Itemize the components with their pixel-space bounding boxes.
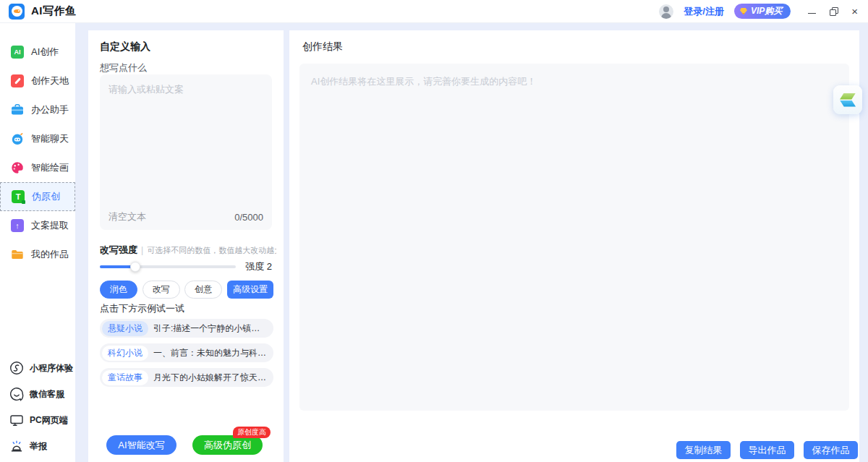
examples-title: 点击下方示例试一试 [100,302,184,315]
result-title: 创作结果 [302,39,343,54]
example-text: 月光下的小姑娘解开了惊天秘密，竟... [153,372,268,384]
sidebar-item-label: 智能聊天 [31,132,69,145]
result-display-area: AI创作结果将在这里展示，请完善你要生成的内容吧！ [299,64,849,411]
save-work-button[interactable]: 保存作品 [804,441,858,459]
source-text-input[interactable] [100,74,272,197]
sidebar: AI AI创作 创作天地 办公助手 [0,23,75,462]
window-controls: × [808,7,858,15]
text-input-box: 清空文本 0/5000 [100,74,272,230]
minimize-icon[interactable] [808,9,816,14]
briefcase-icon [11,103,24,116]
ai-creation-icon: AI [11,46,24,59]
example-tag: 科幻小说 [102,346,148,361]
sidebar-item-label: 我的作品 [31,248,69,261]
palette-icon [11,161,24,174]
sidebar-item-wechat-service[interactable]: 微信客服 [9,381,75,407]
strength-hint: 可选择不同的数值，数值越大改动越大 [147,243,276,257]
sidebar-item-label: 微信客服 [30,388,64,401]
sidebar-item-label: 办公助手 [31,103,69,116]
strength-slider[interactable] [100,265,236,268]
app-logo-icon [9,4,25,20]
gem-icon [740,8,747,14]
sidebar-item-label: 小程序体验 [30,362,73,375]
copy-result-button[interactable]: 复制结果 [676,441,731,459]
examples-list: 悬疑小说 引子:描述一个宁静的小镇，近日却... 科幻小说 一、前言：未知的魅力… [100,319,273,393]
login-register-link[interactable]: 登录/注册 [684,5,724,18]
advanced-settings-button[interactable]: 高级设置 [227,281,273,299]
title-bar: AI写作鱼 登录/注册 VIP购买 × [0,0,868,23]
sidebar-item-label: 伪原创 [32,190,60,203]
slider-thumb[interactable] [130,262,140,272]
sidebar-footer: 小程序体验 微信客服 PC网页端 [0,355,75,462]
app-title: AI写作鱼 [31,4,77,18]
alarm-icon [9,439,24,453]
wechat-service-icon [9,387,24,401]
panel-title: 自定义输入 [100,39,150,54]
example-tag: 悬疑小说 [102,321,148,336]
separator: | [141,243,143,257]
ai-rewrite-button[interactable]: AI智能改写 [106,435,176,455]
sidebar-item-smart-chat[interactable]: 智能聊天 [0,124,75,153]
chat-robot-icon [11,132,24,145]
primary-actions-row: AI智能改写 原创度高 高级伪原创 [88,434,284,455]
sidebar-item-label: 文案提取 [31,219,69,232]
char-counter: 0/5000 [234,212,263,223]
result-placeholder-text: AI创作结果将在这里展示，请完善你要生成的内容吧！ [299,64,849,100]
mode-button-polish[interactable]: 润色 [100,281,137,299]
sidebar-item-label: 创作天地 [31,74,69,87]
strength-label: 改写强度 [100,243,137,257]
upload-arrow-icon: ↑ [11,219,24,232]
sidebar-item-report[interactable]: 举报 [9,433,75,459]
example-suspense-novel[interactable]: 悬疑小说 引子:描述一个宁静的小镇，近日却... [100,319,273,338]
strength-slider-row: 强度 2 [100,259,272,275]
s-logo-icon [840,100,856,107]
example-tag: 童话故事 [102,370,148,385]
example-text: 引子:描述一个宁静的小镇，近日却... [153,322,268,335]
input-panel: 自定义输入 想写点什么 清空文本 0/5000 改写强度 | 可选择不同的数值，… [88,30,284,462]
restore-icon[interactable] [830,7,838,15]
prompt-label: 想写点什么 [100,61,147,75]
miniprogram-icon [9,361,24,375]
sidebar-item-ai-creation[interactable]: AI AI创作 [0,38,75,67]
pencil-icon [11,74,24,87]
strength-header: 改写强度 | 可选择不同的数值，数值越大改动越大 [100,243,276,257]
vip-purchase-button[interactable]: VIP购买 [734,4,791,19]
user-avatar[interactable] [659,4,673,19]
sidebar-item-copy-extraction[interactable]: ↑ 文案提取 [0,211,75,240]
monitor-icon [9,413,24,427]
sidebar-item-label: 举报 [30,440,47,453]
result-panel: 创作结果 AI创作结果将在这里展示，请完善你要生成的内容吧！ 复制结果 导出作品… [289,30,859,462]
sidebar-item-pseudo-original[interactable]: T 伪原创 [0,182,75,211]
close-icon[interactable]: × [851,7,858,15]
floating-brand-button[interactable] [833,85,862,114]
sidebar-item-miniprogram[interactable]: 小程序体验 [9,355,75,381]
sidebar-item-my-works[interactable]: 我的作品 [0,240,75,269]
example-scifi-novel[interactable]: 科幻小说 一、前言：未知的魅力与科技的飞跃... [100,343,273,362]
pseudo-original-icon: T [12,190,25,203]
sidebar-item-smart-painting[interactable]: 智能绘画 [0,153,75,182]
example-fairy-tale[interactable]: 童话故事 月光下的小姑娘解开了惊天秘密，竟... [100,368,273,387]
mode-button-rewrite[interactable]: 改写 [142,281,180,299]
originality-badge: 原创度高 [233,427,271,438]
mode-buttons-row: 润色 改写 创意 高级设置 [100,281,273,299]
export-work-button[interactable]: 导出作品 [740,441,794,459]
sidebar-item-pc-web[interactable]: PC网页端 [9,407,75,433]
advanced-pseudo-original-button[interactable]: 高级伪原创 [192,435,263,455]
mode-button-creative[interactable]: 创意 [184,281,222,299]
result-actions-row: 复制结果 导出作品 保存作品 [676,441,858,459]
sidebar-item-label: AI创作 [31,46,59,59]
s-logo-icon [840,93,856,100]
sidebar-item-label: 智能绘画 [31,161,69,174]
vip-purchase-label: VIP购买 [751,5,782,17]
example-text: 一、前言：未知的魅力与科技的飞跃... [153,347,268,359]
sidebar-item-office-assistant[interactable]: 办公助手 [0,95,75,124]
folder-icon [11,248,24,261]
strength-value: 强度 2 [245,260,272,273]
clear-text-button[interactable]: 清空文本 [109,210,146,223]
sidebar-item-label: PC网页端 [30,414,68,427]
sidebar-item-creation-world[interactable]: 创作天地 [0,67,75,95]
